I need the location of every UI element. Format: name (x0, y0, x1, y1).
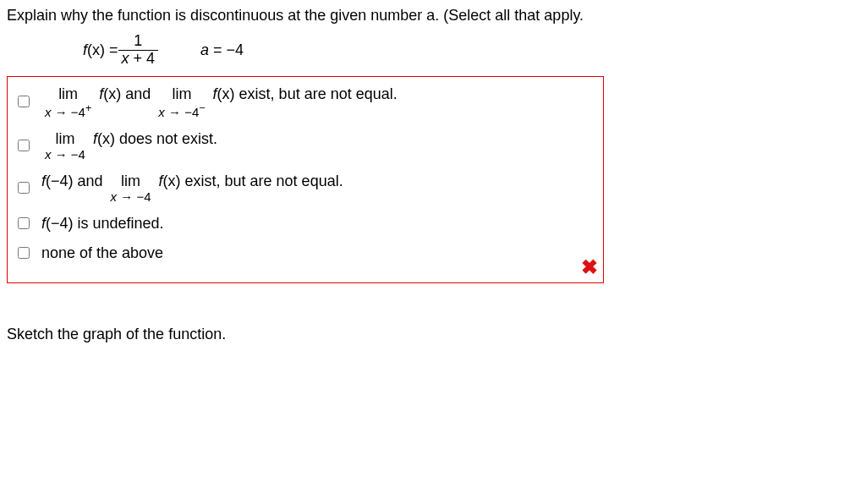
and-text: and (74, 173, 107, 189)
fx-x: (x) (97, 130, 115, 147)
option-4-content: f(−4) is undefined. (41, 215, 164, 233)
a-eq: = −4 (209, 41, 244, 58)
fx-x: (x) (217, 85, 235, 102)
answer-box: lim x → −4+ f(x) and lim x → −4− f(x) ex… (7, 76, 604, 283)
tail-text: exist, but are not equal. (181, 173, 343, 189)
lim-x: x (158, 105, 165, 119)
checkbox-1[interactable] (18, 96, 30, 107)
lim-sup: − (199, 102, 205, 114)
denominator: x + 4 (118, 50, 159, 68)
option-5: none of the above (14, 244, 601, 262)
option-1: lim x → −4+ f(x) and lim x → −4− f(x) ex… (14, 85, 601, 118)
lim-rest: → −4 (117, 189, 151, 204)
lim-rest: → −4 (52, 147, 85, 162)
lim-sub: x → −4 (45, 148, 85, 161)
checkbox-3[interactable] (18, 182, 30, 194)
option-2: lim x → −4 f(x) does not exist. (14, 130, 601, 161)
checkbox-4[interactable] (18, 217, 30, 229)
lim-x: x (111, 189, 118, 204)
lim-sub: x → −4− (158, 103, 205, 118)
lim-rest: → −4 (165, 105, 199, 119)
tail-text: does not exist. (115, 130, 217, 147)
question-label: Explain why the function is discontinuou… (7, 7, 584, 24)
fx-x: (x) (103, 85, 121, 102)
function-definition: f(x) = 1 x + 4 (83, 33, 158, 68)
lim-sup: + (85, 102, 91, 114)
lim-x: x (45, 105, 52, 119)
a-symbol: a (200, 41, 209, 58)
lim-x: x (45, 147, 52, 162)
fx-eq: (x) = (87, 41, 118, 59)
fa-arg: (−4) (46, 215, 74, 232)
a-value: a = −4 (200, 41, 244, 59)
lim-label: lim (55, 131, 74, 146)
den-x: x (122, 50, 129, 67)
formula-row: f(x) = 1 x + 4 a = −4 (83, 33, 859, 68)
numerator: 1 (130, 33, 145, 50)
and-text: and (121, 85, 155, 102)
question-text: Explain why the function is discontinuou… (7, 7, 859, 25)
lim-label: lim (121, 173, 140, 189)
option-3-content: f(−4) and lim x → −4 f(x) exist, but are… (41, 173, 343, 203)
fa-arg: (−4) (46, 173, 74, 189)
lim-sub: x → −4+ (45, 103, 91, 118)
option-2-content: lim x → −4 f(x) does not exist. (41, 130, 217, 161)
lim-sub: x → −4 (111, 190, 151, 203)
option-4: f(−4) is undefined. (14, 215, 601, 233)
limit-two-sided: lim x → −4 (111, 173, 151, 203)
option-3: f(−4) and lim x → −4 f(x) exist, but are… (14, 173, 601, 203)
limit-two-sided: lim x → −4 (45, 131, 85, 161)
lim-rest: → −4 (52, 105, 85, 119)
tail-text: exist, but are not equal. (235, 85, 397, 102)
sketch-label: Sketch the graph of the function. (7, 326, 226, 342)
limit-left: lim x → −4− (158, 86, 205, 118)
incorrect-icon: ✖ (581, 255, 598, 279)
checkbox-2[interactable] (18, 140, 30, 151)
limit-right: lim x → −4+ (45, 86, 91, 118)
den-rest: + 4 (129, 50, 156, 67)
lim-label: lim (172, 86, 191, 101)
lim-label: lim (58, 86, 78, 101)
option-5-content: none of the above (41, 244, 163, 262)
tail-text: is undefined. (74, 215, 164, 232)
checkbox-5[interactable] (18, 247, 30, 259)
fx-x: (x) (163, 173, 181, 189)
option-1-content: lim x → −4+ f(x) and lim x → −4− f(x) ex… (41, 85, 397, 118)
sketch-prompt: Sketch the graph of the function. (7, 326, 859, 343)
fraction: 1 x + 4 (118, 33, 159, 68)
